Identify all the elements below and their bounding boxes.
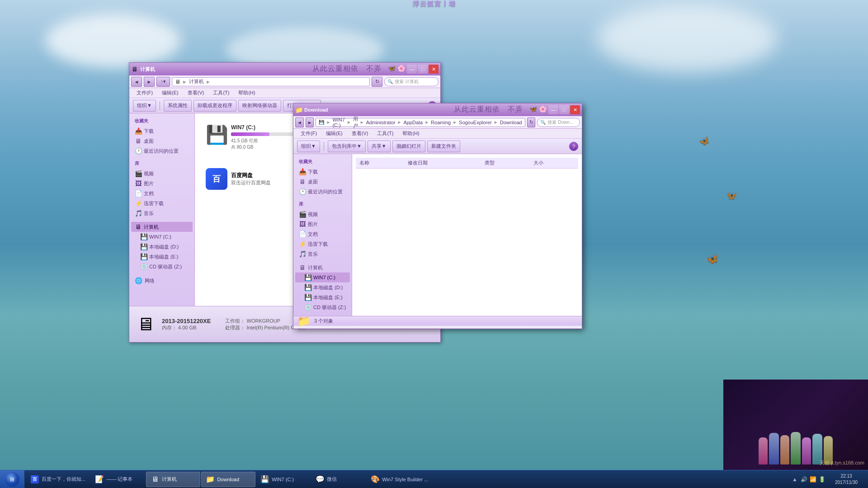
dl-sidebar-computer[interactable]: 🖥 计算机 xyxy=(295,263,350,272)
pictures-icon: 🖼 xyxy=(135,180,142,187)
dl-sidebar-z-drive[interactable]: 💿 CD 驱动器 (Z:) xyxy=(295,302,350,312)
download-address-box[interactable]: 💾 ► WIN7 (C:) ► 用户 ► Administrator ► App… xyxy=(316,118,525,127)
dl-menu-view[interactable]: 查看(V) xyxy=(348,129,372,138)
sidebar-c-drive[interactable]: 💾 WIN7 (C:) xyxy=(131,232,193,242)
dl-sidebar-pictures[interactable]: 🖼 图片 xyxy=(295,219,350,229)
start-button[interactable]: ⊞ xyxy=(0,470,24,488)
tray-network-icon[interactable]: 📶 xyxy=(809,476,816,483)
sidebar-d-drive[interactable]: 💾 本地磁盘 (D:) xyxy=(131,242,193,252)
dl-organize-button[interactable]: 组织▼ xyxy=(297,141,320,152)
dl-include-lib-button[interactable]: 包含到库中▼ xyxy=(328,141,366,152)
dl-menu-help[interactable]: 帮助(H) xyxy=(399,129,423,138)
download-close-button[interactable]: ✕ xyxy=(570,105,580,114)
tray-arrow-icon[interactable]: ▲ xyxy=(791,476,798,483)
tray-battery-icon[interactable]: 🔋 xyxy=(818,476,826,483)
download-search-icon: 🔍 xyxy=(540,120,546,125)
menu-edit[interactable]: 编辑(E) xyxy=(158,89,182,97)
dl-menu-file[interactable]: 文件(F) xyxy=(297,129,321,138)
sidebar-recent-label: 最近访问的位置 xyxy=(144,148,179,155)
main-search-box[interactable]: 🔍 搜索 计算机 xyxy=(384,77,439,86)
sidebar-music[interactable]: 🎵 音乐 xyxy=(131,208,193,218)
map-drive-button[interactable]: 映射网络驱动器 xyxy=(238,100,281,112)
main-maximize-button[interactable]: □ xyxy=(418,65,428,74)
dl-sidebar-music[interactable]: 🎵 音乐 xyxy=(295,249,350,259)
main-forward-button[interactable]: ► xyxy=(144,77,155,87)
sidebar-e-drive[interactable]: 💾 本地磁盘 (E:) xyxy=(131,252,193,262)
dl-sidebar-thunder[interactable]: ⚡ 迅雷下载 xyxy=(295,239,350,249)
dl-sidebar-video[interactable]: 🎬 视频 xyxy=(295,209,350,219)
taskbar-item-baidu[interactable]: 百 百度一下，你就知... xyxy=(26,472,90,487)
col-date[interactable]: 修改日期 xyxy=(404,158,481,169)
menu-view[interactable]: 查看(V) xyxy=(184,89,208,97)
sidebar-desktop-label: 桌面 xyxy=(144,138,154,145)
taskbar-clock[interactable]: 22:13 2017/11/30 xyxy=(828,473,864,486)
sidebar-video[interactable]: 🎬 视频 xyxy=(131,169,193,178)
sidebar-download[interactable]: 📥 下载 xyxy=(131,126,193,136)
dl-sidebar-recent[interactable]: 🕐 最近访问的位置 xyxy=(295,187,350,197)
download-back-button[interactable]: ◄ xyxy=(295,117,304,127)
menu-tools[interactable]: 工具(T) xyxy=(209,89,233,97)
computer-taskbar-icon: 🖥 xyxy=(151,475,159,483)
dl-sidebar-c-drive[interactable]: 💾 WIN7 (C:) xyxy=(295,272,350,282)
sys-props-button[interactable]: 系统属性 xyxy=(164,100,192,112)
calligraphy-download: 从此云重相依 不弄 xyxy=(454,105,523,114)
col-size[interactable]: 大小 xyxy=(530,158,578,169)
sidebar-docs[interactable]: 📄 文档 xyxy=(131,188,193,198)
dl-share-button[interactable]: 共享▼ xyxy=(368,141,391,152)
download-refresh-button[interactable]: ↻ xyxy=(527,117,536,127)
status-folder-icon-area: 📁 3 个对象 xyxy=(297,315,333,328)
menu-file[interactable]: 文件(F) xyxy=(133,89,156,97)
dl-help-button[interactable]: ? xyxy=(569,142,578,151)
taskbar-item-wechat[interactable]: 💬 微信 xyxy=(311,472,366,487)
taskbar-item-notepad[interactable]: 📝 ——·记事本 xyxy=(91,472,145,487)
sidebar-z-drive[interactable]: 💿 CD 驱动器 (Z:) xyxy=(131,262,193,272)
dl-slideshow-button[interactable]: 抛媚幻灯片 xyxy=(392,141,425,152)
tray-speaker-icon[interactable]: 🔊 xyxy=(800,476,807,483)
stylebuilder-taskbar-label: Win7 Style Builder ... xyxy=(382,477,428,482)
dl-new-folder-button[interactable]: 新建文件夹 xyxy=(427,141,460,152)
sidebar-thunder[interactable]: ⚡ 迅雷下载 xyxy=(131,198,193,208)
dl-menu-tools[interactable]: 工具(T) xyxy=(373,129,397,138)
sidebar-recent[interactable]: 🕐 最近访问的位置 xyxy=(131,146,193,156)
taskbar-item-download[interactable]: 📁 Download xyxy=(201,472,255,487)
col-name[interactable]: 名称 xyxy=(356,158,404,169)
sidebar-video-label: 视频 xyxy=(144,170,154,177)
main-address-box[interactable]: 🖥 ► 计算机 ► xyxy=(172,77,370,86)
dl-sidebar-download[interactable]: 📥 下载 xyxy=(295,167,350,177)
main-close-button[interactable]: ✕ xyxy=(429,65,439,74)
tray-icons: ▲ 🔊 📶 🔋 xyxy=(791,476,826,483)
music-icon: 🎵 xyxy=(135,210,142,217)
main-up-button[interactable]: ↑▾ xyxy=(156,77,170,87)
organize-button[interactable]: 组织▼ xyxy=(133,100,156,112)
sidebar-computer[interactable]: 🖥 计算机 xyxy=(131,222,193,232)
taskbar-item-win7c[interactable]: 💾 WIN7 (C:) xyxy=(256,472,311,487)
dl-sidebar-docs[interactable]: 📄 文档 xyxy=(295,229,350,239)
dl-sidebar-c-label: WIN7 (C:) xyxy=(313,275,335,280)
dl-sidebar-e-drive[interactable]: 💾 本地磁盘 (E:) xyxy=(295,292,350,302)
sidebar-docs-label: 文档 xyxy=(144,190,154,197)
dl-menu-edit[interactable]: 编辑(E) xyxy=(322,129,346,138)
toolbar-separator xyxy=(160,101,160,110)
taskbar-item-stylebuilder[interactable]: 🎨 Win7 Style Builder ... xyxy=(367,472,433,487)
dl-sidebar-d-drive[interactable]: 💾 本地磁盘 (D:) xyxy=(295,282,350,292)
download-maximize-button[interactable]: □ xyxy=(559,105,569,114)
uninstall-button[interactable]: 卸载或更改程序 xyxy=(193,100,236,112)
main-search-icon: 🔍 xyxy=(387,79,393,84)
download-forward-button[interactable]: ► xyxy=(306,117,314,127)
download-search-box[interactable]: 🔍 搜索 Down... xyxy=(537,118,580,127)
notepad-taskbar-icon: 📝 xyxy=(95,475,104,483)
main-minimize-button[interactable]: — xyxy=(407,65,417,74)
menu-help[interactable]: 帮助(H) xyxy=(235,89,259,97)
dl-sidebar-desktop[interactable]: 🖥 桌面 xyxy=(295,177,350,187)
cpu-label: 处理器： xyxy=(225,325,245,330)
sidebar-network[interactable]: 🌐 网络 xyxy=(131,275,193,286)
col-type[interactable]: 类型 xyxy=(481,158,529,169)
main-refresh-button[interactable]: ↻ xyxy=(372,77,382,87)
main-back-button[interactable]: ◄ xyxy=(131,77,142,87)
download-minimize-button[interactable]: — xyxy=(548,105,558,114)
char-1 xyxy=(759,437,768,465)
sidebar-desktop[interactable]: 🖥 桌面 xyxy=(131,136,193,146)
sidebar-pictures[interactable]: 🖼 图片 xyxy=(131,178,193,188)
download-taskbar-icon: 📁 xyxy=(206,475,214,483)
taskbar-item-computer[interactable]: 🖥 计算机 xyxy=(146,472,200,487)
